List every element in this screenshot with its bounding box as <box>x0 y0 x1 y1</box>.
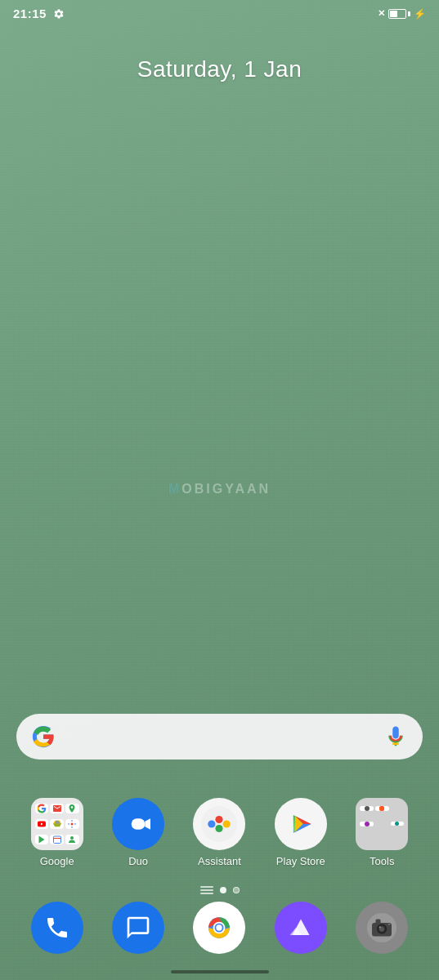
phone-icon <box>31 902 83 954</box>
tools-mini-2 <box>375 806 389 811</box>
tools-folder-icon <box>356 798 408 850</box>
folder-mini-maps <box>65 804 79 813</box>
dock-item-mountain[interactable] <box>275 902 327 954</box>
folder-mini-photos <box>65 819 79 829</box>
chrome-icon <box>193 902 245 954</box>
svg-point-13 <box>216 816 223 823</box>
app-label-assistant: Assistant <box>198 855 241 867</box>
tools-mini-1 <box>360 806 374 811</box>
svg-rect-9 <box>132 818 146 829</box>
date-section: Saturday, 1 Jan <box>0 56 439 82</box>
folder-mini-calendar <box>50 835 64 844</box>
assistant-icon <box>193 798 245 850</box>
mountain-icon <box>275 902 327 954</box>
search-bar-container <box>16 714 423 760</box>
app-item-tools[interactable]: Tools <box>345 798 419 867</box>
app-item-google[interactable]: Google <box>20 798 94 867</box>
messages-icon <box>112 902 164 954</box>
playstore-icon <box>275 798 327 850</box>
duo-icon <box>112 798 164 850</box>
svg-point-22 <box>217 924 222 930</box>
dock-item-chrome[interactable] <box>193 902 245 954</box>
svg-point-15 <box>216 825 223 832</box>
tools-mini-6 <box>391 822 405 826</box>
dock <box>16 902 423 954</box>
home-indicator[interactable] <box>171 970 269 973</box>
svg-rect-5 <box>53 836 60 844</box>
battery-x-icon: ✕ <box>378 8 385 19</box>
svg-rect-33 <box>388 924 391 925</box>
tools-mini-4 <box>360 822 374 826</box>
gear-icon[interactable] <box>53 8 65 20</box>
battery-icon <box>388 9 410 19</box>
folder-mini-contacts <box>65 835 79 844</box>
svg-point-31 <box>379 926 381 928</box>
app-row: Google Duo <box>16 798 423 867</box>
svg-marker-4 <box>39 835 45 843</box>
app-item-assistant[interactable]: Assistant <box>182 798 256 867</box>
dock-item-camera[interactable] <box>356 902 408 954</box>
svg-rect-0 <box>394 728 398 736</box>
status-left: 21:15 <box>13 7 65 20</box>
folder-mini-g <box>35 804 49 813</box>
page-dot-inactive[interactable] <box>233 887 240 893</box>
dock-item-messages[interactable] <box>112 902 164 954</box>
page-indicators <box>200 886 240 894</box>
app-item-playstore[interactable]: Play Store <box>264 798 338 867</box>
status-bar: 21:15 ✕ ⚡ <box>0 0 439 24</box>
app-label-tools: Tools <box>370 855 394 867</box>
status-right: ✕ ⚡ <box>378 8 426 20</box>
folder-mini-play <box>35 835 49 844</box>
status-time: 21:15 <box>13 7 47 20</box>
dock-item-phone[interactable] <box>31 902 83 954</box>
watermark-text: MOBIGYAAN <box>168 482 271 496</box>
watermark: MOBIGYAAN <box>168 482 271 497</box>
date-text: Saturday, 1 Jan <box>137 56 302 82</box>
search-bar[interactable] <box>16 714 423 760</box>
svg-rect-32 <box>376 920 381 924</box>
google-folder-icon <box>31 798 83 850</box>
app-item-duo[interactable]: Duo <box>101 798 175 867</box>
app-label-google: Google <box>40 855 74 867</box>
app-label-playstore: Play Store <box>276 855 325 867</box>
folder-mini-drive <box>50 819 64 829</box>
app-grid: Google Duo <box>16 798 423 874</box>
page-dot-active[interactable] <box>220 887 226 893</box>
svg-point-11 <box>201 806 237 842</box>
charging-icon: ⚡ <box>414 8 426 20</box>
svg-point-14 <box>223 820 231 827</box>
svg-point-7 <box>70 836 74 840</box>
camera-icon <box>356 902 408 954</box>
svg-point-12 <box>208 820 216 827</box>
app-label-duo: Duo <box>128 855 148 867</box>
mic-icon[interactable] <box>383 724 408 749</box>
svg-point-3 <box>71 822 74 825</box>
page-indicator-lines <box>200 886 213 894</box>
folder-mini-youtube <box>35 819 49 829</box>
google-g-icon <box>31 724 56 749</box>
folder-mini-gmail <box>50 804 64 813</box>
